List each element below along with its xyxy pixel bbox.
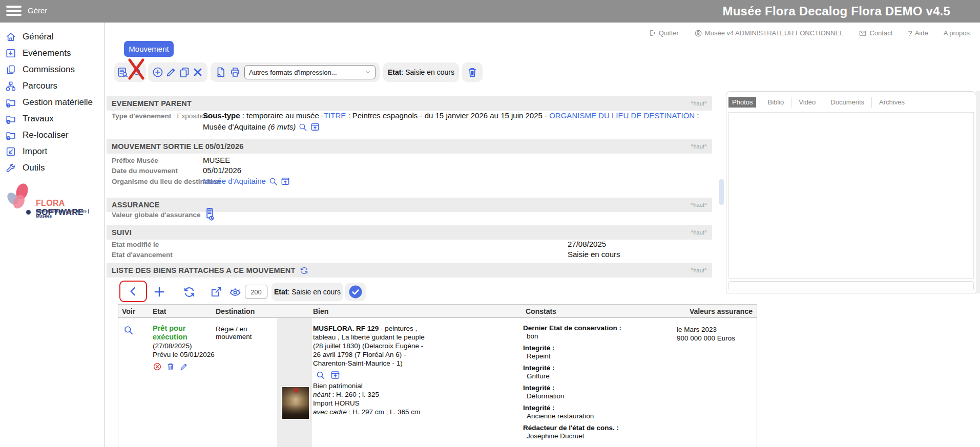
add-bien-button[interactable]: [153, 285, 166, 301]
add-button[interactable]: [151, 65, 164, 79]
col-destination[interactable]: Destination: [216, 307, 255, 315]
user-account[interactable]: Musée v4 ADMINISTRATEUR FONCTIONNEL: [694, 29, 844, 37]
section-evenement-parent: EVENEMENT PARENT ^haut^: [107, 96, 712, 111]
chevron-left-icon: [127, 285, 140, 298]
constat-item: Rédacteur de l'état de cons. :Joséphine …: [523, 424, 674, 440]
haut-link[interactable]: ^haut^: [691, 229, 707, 236]
sidebar-item-parcours[interactable]: Parcours: [5, 78, 93, 94]
external-link-icon: [210, 285, 223, 299]
tab-mouvement[interactable]: Mouvement: [124, 41, 174, 57]
edit-button[interactable]: [164, 65, 178, 79]
panel-scrollbar[interactable]: [728, 281, 974, 290]
aide-link[interactable]: ? Aide: [908, 29, 928, 37]
hamburger-menu-icon[interactable]: [6, 6, 22, 17]
constat-item: Dernier Etat de conservation :bon: [523, 324, 674, 340]
col-bien[interactable]: Bien: [313, 307, 328, 315]
media-panel: Photos Biblio Vidéo Documents Archives: [726, 91, 976, 293]
haut-link[interactable]: ^haut^: [691, 202, 707, 208]
sidebar: Général Evènements Commissions Parcours …: [0, 23, 105, 447]
bien-image-cell-bg: [277, 318, 312, 447]
contact-link[interactable]: Contact: [859, 29, 892, 37]
edit-row-button[interactable]: [179, 362, 189, 371]
quitter-link[interactable]: Quitter: [649, 29, 679, 37]
field-avancement-label: Etat d'avancement: [112, 251, 173, 259]
view-record-button[interactable]: [122, 324, 134, 338]
toolbar-group-print: Autres formats d'impression...: [211, 62, 380, 82]
sidebar-item-commissions[interactable]: Commissions: [5, 61, 93, 78]
sitemap-icon: [5, 80, 16, 92]
col-valeurs-assurance[interactable]: Valeurs assurance: [690, 307, 753, 315]
magnifier-icon: [268, 176, 278, 186]
brand-tagline: Bibliothèques | Archives | Musées: [36, 208, 104, 219]
sidebar-item-import[interactable]: Import: [5, 143, 93, 160]
export-document-button[interactable]: [214, 65, 228, 79]
haut-link[interactable]: ^haut^: [691, 100, 707, 107]
view-button[interactable]: [228, 286, 242, 301]
haut-link[interactable]: ^haut^: [691, 143, 707, 150]
toolbar-group-edit: [148, 62, 207, 82]
field-date-label: Date du mouvement: [112, 167, 178, 175]
validate-button[interactable]: [345, 283, 366, 301]
tab-biblio[interactable]: Biblio: [760, 97, 791, 108]
sidebar-item-gestion-materielle[interactable]: Gestion matérielle: [5, 94, 93, 111]
sidebar-item-evenements[interactable]: Evènements: [5, 45, 93, 61]
menu-gerer[interactable]: Gérer: [28, 6, 47, 15]
constat-item: Integrité :Ancienne restauration: [523, 404, 674, 420]
print-format-dropdown[interactable]: Autres formats d'impression...: [244, 65, 376, 79]
col-voir[interactable]: Voir: [122, 307, 135, 315]
bien-cell: MUSFLORA. RF 129 - peintures , tableau ,…: [313, 324, 431, 416]
cancel-movement-button[interactable]: [153, 362, 162, 371]
haut-link[interactable]: ^haut^: [691, 267, 707, 273]
tab-photos[interactable]: Photos: [728, 97, 756, 108]
result-count-input[interactable]: [245, 285, 267, 299]
musee-aquitaine-link[interactable]: Musée d'Aquitaine: [203, 177, 266, 185]
refresh-list-button[interactable]: [299, 266, 309, 275]
back-button-highlighted[interactable]: [119, 281, 147, 302]
col-constats[interactable]: Constats: [526, 307, 556, 315]
delete-button[interactable]: [191, 65, 204, 79]
organisme-link[interactable]: ORGANISME DU LIEU DE DESTINATION: [549, 111, 695, 120]
compute-value-button[interactable]: [203, 207, 216, 223]
sidebar-item-general[interactable]: Général: [5, 29, 93, 45]
field-date-value: 05/01/2026: [203, 166, 241, 175]
toolbar-group-search: [114, 62, 146, 82]
sidebar-item-relocaliser[interactable]: Re-localiser: [5, 127, 93, 143]
folder-globe-icon: [5, 113, 16, 124]
magnifier-icon: [122, 324, 134, 336]
field-valeur-assurance-label: Valeur globale d'assurance: [112, 211, 201, 219]
export-list-button[interactable]: [210, 285, 223, 301]
section-liste-biens: LISTE DES BIENS RATTACHES A CE MOUVEMENT…: [107, 263, 712, 278]
open-bien-button[interactable]: [330, 370, 341, 380]
field-type-evenement: Type d'évènement : Exposition -: [112, 112, 213, 120]
brand-dot: [26, 210, 31, 215]
tab-archives[interactable]: Archives: [871, 97, 912, 108]
search-button[interactable]: [268, 176, 278, 188]
field-etat-modifie-label: Etat modifié le: [112, 241, 159, 248]
titre-link[interactable]: TITRE: [324, 111, 346, 120]
etat-filter-chip: Etat : Saisie en cours: [272, 283, 343, 301]
col-etat[interactable]: Etat: [153, 307, 166, 315]
sidebar-item-outils[interactable]: Outils: [5, 160, 93, 176]
recycle-button[interactable]: [182, 285, 196, 301]
duplicate-button[interactable]: [178, 65, 191, 79]
search-bien-button[interactable]: [315, 370, 326, 380]
delete-row-button[interactable]: [166, 362, 175, 371]
open-record-button[interactable]: [280, 176, 290, 188]
apropos-link[interactable]: A propos: [944, 29, 970, 37]
print-button[interactable]: [228, 65, 242, 79]
tab-video[interactable]: Vidéo: [791, 97, 823, 108]
sidebar-item-travaux[interactable]: Travaux: [5, 111, 93, 127]
tab-documents[interactable]: Documents: [823, 97, 871, 108]
basket-button[interactable]: [465, 65, 479, 79]
status-text: Prêt pour exécution: [153, 324, 217, 342]
search-off-button[interactable]: [131, 65, 144, 79]
envelope-icon: [859, 29, 867, 37]
bien-thumbnail[interactable]: [281, 386, 310, 420]
search-button[interactable]: [298, 122, 308, 135]
page-scrollbar-track[interactable]: [976, 91, 980, 293]
panel-collapse-handle[interactable]: [719, 179, 724, 205]
list-search-button[interactable]: [116, 65, 130, 79]
status-date: (27/08/2025): [153, 342, 217, 350]
open-record-button[interactable]: [310, 122, 320, 135]
folder-globe-icon: [5, 97, 16, 108]
